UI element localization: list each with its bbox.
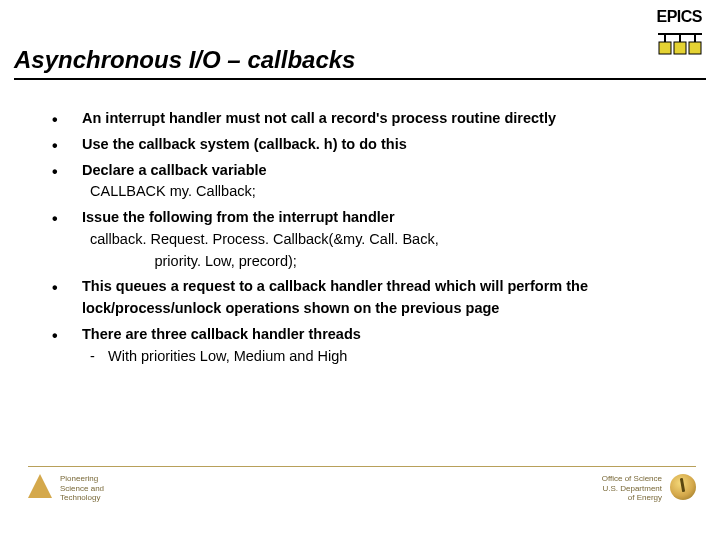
bullet-text: There are three callback handler threads (82, 326, 361, 342)
slide-footer: Pioneering Science and Technology Office… (0, 466, 720, 526)
code-line: callback. Request. Process. Callback(&my… (90, 229, 692, 273)
bullet-text: An interrupt handler must not call a rec… (82, 110, 556, 126)
office-of-science-logo-icon (670, 474, 696, 500)
bullet-text: Use the callback system (callback. h) to… (82, 136, 407, 152)
epics-label: EPICS (656, 8, 702, 26)
bullet-text: Declare a callback variable (82, 162, 267, 178)
bullet-text: Issue the following from the interrupt h… (82, 209, 395, 225)
title-underline (14, 78, 706, 80)
code-line: CALLBACK my. Callback; (90, 181, 692, 203)
sub-bullet: With priorities Low, Medium and High (82, 346, 692, 368)
footer-divider (28, 466, 696, 467)
list-item: An interrupt handler must not call a rec… (52, 108, 692, 130)
footer-right-text: Office of Science U.S. Department of Ene… (602, 474, 662, 503)
argonne-logo-icon (28, 474, 52, 498)
bullet-text: This queues a request to a callback hand… (82, 278, 588, 316)
list-item: Issue the following from the interrupt h… (52, 207, 692, 272)
footer-left: Pioneering Science and Technology (28, 474, 104, 503)
slide-title: Asynchronous I/O – callbacks (14, 46, 706, 74)
footer-left-text: Pioneering Science and Technology (60, 474, 104, 503)
footer-right: Office of Science U.S. Department of Ene… (602, 474, 696, 503)
list-item: Declare a callback variable CALLBACK my.… (52, 160, 692, 204)
title-container: Asynchronous I/O – callbacks (14, 46, 706, 80)
list-item: There are three callback handler threads… (52, 324, 692, 368)
list-item: Use the callback system (callback. h) to… (52, 134, 692, 156)
list-item: This queues a request to a callback hand… (52, 276, 692, 320)
bullet-list: An interrupt handler must not call a rec… (52, 108, 692, 371)
